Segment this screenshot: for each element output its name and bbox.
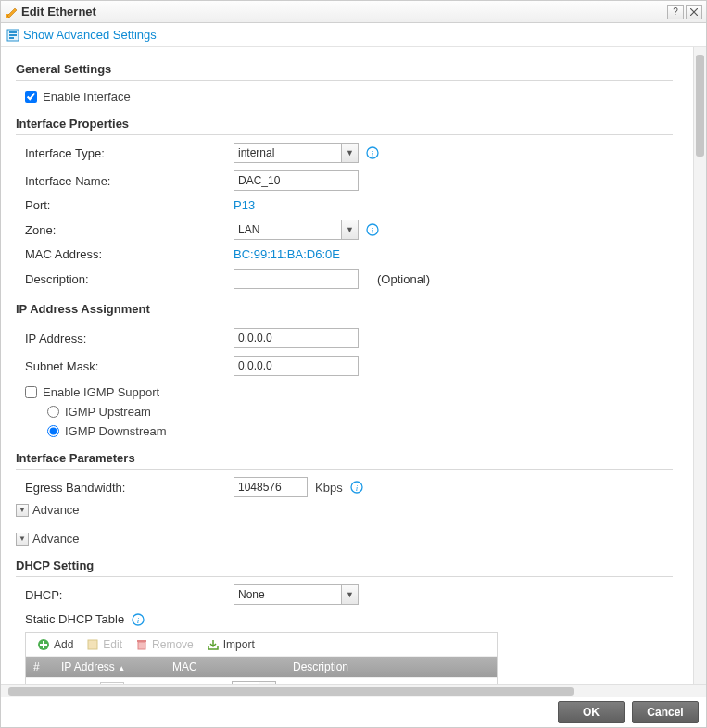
- zone-label: Zone:: [16, 223, 234, 237]
- sort-asc-icon: ▲: [118, 664, 125, 672]
- interface-parameters-section: Interface Parameters Egress Bandwidth: K…: [16, 451, 673, 546]
- edit-label: Edit: [103, 638, 122, 651]
- trash-icon: [135, 638, 148, 651]
- enable-igmp-checkbox[interactable]: [25, 386, 37, 398]
- info-icon[interactable]: i: [366, 146, 379, 159]
- dialog-footer: OK Cancel: [1, 697, 706, 727]
- static-dhcp-table: Add Edit Remove Import: [25, 632, 498, 684]
- svg-text:i: i: [372, 226, 374, 235]
- add-label: Add: [54, 638, 73, 651]
- port-label: Port:: [16, 198, 234, 212]
- ip-address-label: IP Address:: [16, 332, 234, 345]
- info-icon[interactable]: i: [366, 223, 379, 236]
- dhcp-value: None: [234, 588, 341, 601]
- subnet-mask-input[interactable]: [234, 356, 359, 376]
- enable-interface-checkbox[interactable]: [25, 91, 37, 103]
- info-icon[interactable]: i: [132, 613, 145, 626]
- zone-value: LAN: [234, 223, 341, 236]
- col-number[interactable]: #: [26, 660, 54, 673]
- chevron-down-icon: ▼: [16, 533, 29, 546]
- dhcp-setting-heading: DHCP Setting: [16, 559, 673, 577]
- titlebar: Edit Ethernet ?: [1, 1, 706, 23]
- subnet-mask-label: Subnet Mask:: [16, 359, 234, 373]
- dhcp-setting-section: DHCP Setting DHCP: None ▼ Static DHCP Ta…: [16, 559, 673, 684]
- svg-rect-2: [9, 31, 17, 33]
- egress-bandwidth-label: Egress Bandwidth:: [16, 481, 234, 495]
- svg-text:i: i: [137, 615, 140, 624]
- igmp-upstream-radio[interactable]: [47, 406, 59, 418]
- enable-interface-label: Enable Interface: [43, 90, 131, 104]
- interface-name-input[interactable]: [234, 170, 359, 191]
- advance-expander-2[interactable]: ▼ Advance: [16, 532, 673, 546]
- port-link[interactable]: P13: [234, 198, 255, 212]
- ok-button[interactable]: OK: [558, 701, 625, 723]
- table-toolbar: Add Edit Remove Import: [26, 633, 497, 657]
- scrollbar-thumb[interactable]: [8, 687, 574, 696]
- interface-parameters-heading: Interface Parameters: [16, 451, 673, 470]
- show-advanced-link[interactable]: Show Advanced Settings: [23, 28, 157, 42]
- chevron-down-icon: ▼: [341, 144, 358, 162]
- svg-rect-16: [137, 640, 146, 642]
- linkbar: Show Advanced Settings: [1, 23, 706, 47]
- optional-hint: (Optional): [377, 272, 430, 286]
- advance-expander-1[interactable]: ▼ Advance: [16, 503, 673, 517]
- interface-properties-heading: Interface Properties: [16, 117, 673, 135]
- col-description[interactable]: Description: [285, 660, 497, 673]
- mac-address-label: MAC Address:: [16, 247, 234, 261]
- info-icon[interactable]: i: [350, 481, 363, 494]
- dialog-body: General Settings Enable Interface Interf…: [1, 47, 706, 684]
- plus-icon: [37, 638, 50, 651]
- edit-ethernet-window: Edit Ethernet ? Show Advanced Settings G…: [0, 0, 707, 728]
- svg-rect-14: [88, 640, 97, 649]
- import-button[interactable]: Import: [201, 636, 260, 653]
- vertical-scrollbar[interactable]: [693, 47, 706, 684]
- scroll-content: General Settings Enable Interface Interf…: [1, 47, 693, 684]
- description-label: Description:: [16, 272, 234, 286]
- advance-label: Advance: [32, 532, 80, 546]
- svg-rect-15: [138, 642, 145, 649]
- chevron-down-icon: ▼: [341, 585, 358, 604]
- table-header: # IP Address ▲ MAC Description: [26, 657, 497, 677]
- mac-address-link[interactable]: BC:99:11:BA:D6:0E: [234, 247, 340, 261]
- zone-select[interactable]: LAN ▼: [234, 220, 359, 240]
- general-settings-section: General Settings Enable Interface: [16, 62, 673, 104]
- ip-address-input[interactable]: [234, 328, 359, 348]
- chevron-down-icon: ▼: [16, 504, 29, 517]
- add-button[interactable]: Add: [32, 636, 79, 653]
- static-dhcp-table-label: Static DHCP Table: [25, 612, 124, 626]
- dhcp-select[interactable]: None ▼: [234, 584, 359, 605]
- help-button[interactable]: ?: [667, 5, 684, 19]
- remove-button[interactable]: Remove: [130, 636, 199, 653]
- edit-icon: [86, 638, 99, 651]
- description-input[interactable]: [234, 269, 359, 289]
- col-ip-address[interactable]: IP Address ▲: [54, 660, 165, 673]
- svg-text:i: i: [372, 149, 374, 158]
- advance-label: Advance: [32, 503, 80, 517]
- advanced-settings-icon: [6, 29, 19, 42]
- scrollbar-thumb[interactable]: [696, 55, 704, 157]
- window-title: Edit Ethernet: [21, 5, 665, 19]
- igmp-downstream-label: IGMP Downstream: [65, 424, 167, 438]
- edit-icon: [5, 6, 18, 19]
- igmp-upstream-label: IGMP Upstream: [65, 405, 151, 419]
- horizontal-scrollbar[interactable]: [1, 684, 706, 697]
- col-mac[interactable]: MAC: [165, 660, 285, 673]
- cancel-button[interactable]: Cancel: [632, 701, 699, 723]
- ip-assignment-heading: IP Address Assignment: [16, 302, 673, 320]
- import-icon: [207, 638, 220, 651]
- close-button[interactable]: [686, 5, 702, 19]
- general-settings-heading: General Settings: [16, 62, 673, 81]
- dhcp-label: DHCP:: [16, 588, 234, 602]
- igmp-downstream-radio[interactable]: [47, 425, 59, 437]
- svg-rect-3: [9, 34, 17, 36]
- egress-bandwidth-input[interactable]: [234, 477, 308, 497]
- interface-type-select[interactable]: internal ▼: [234, 143, 359, 163]
- svg-text:i: i: [355, 483, 358, 493]
- chevron-down-icon: ▼: [341, 220, 358, 239]
- remove-label: Remove: [152, 638, 194, 651]
- import-label: Import: [223, 638, 255, 651]
- interface-type-value: internal: [234, 146, 341, 159]
- edit-button[interactable]: Edit: [81, 636, 128, 653]
- ip-assignment-section: IP Address Assignment IP Address: Subnet…: [16, 302, 673, 438]
- enable-igmp-label: Enable IGMP Support: [43, 385, 159, 399]
